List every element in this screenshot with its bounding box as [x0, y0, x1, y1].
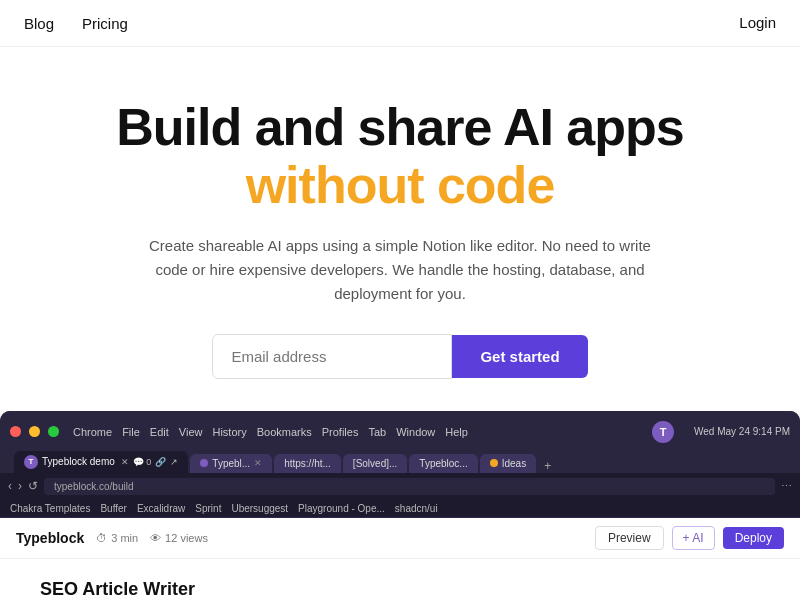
page-heading: SEO Article Writer	[40, 579, 760, 600]
login-link[interactable]: Login	[739, 14, 776, 31]
back-button[interactable]: ‹	[8, 479, 12, 493]
forward-button[interactable]: ›	[18, 479, 22, 493]
tab-profile-icon: T	[24, 455, 38, 469]
tab-favicon-ideas	[490, 459, 498, 467]
browser-tab-1[interactable]: Typebl... ✕	[190, 454, 272, 473]
pricing-link[interactable]: Pricing	[82, 15, 128, 32]
menu-bookmarks[interactable]: Bookmarks	[257, 426, 312, 438]
hero-title-accent: without code	[116, 156, 683, 216]
app-bar-right: Preview + AI Deploy	[595, 526, 784, 550]
bookmark-excalidraw[interactable]: Excalidraw	[137, 503, 185, 514]
bookmark-buffer[interactable]: Buffer	[100, 503, 127, 514]
app-logo: Typeblock	[16, 530, 84, 546]
clock-icon: ⏱	[96, 532, 107, 544]
hero-title: Build and share AI apps without code	[116, 99, 683, 216]
blog-link[interactable]: Blog	[24, 15, 54, 32]
app-bar-meta: ⏱ 3 min 👁 12 views	[96, 532, 208, 544]
menu-file[interactable]: File	[122, 426, 140, 438]
browser-tab-4[interactable]: Typebloc...	[409, 454, 477, 473]
views-count: 👁 12 views	[150, 532, 208, 544]
browser-preview: Chrome File Edit View History Bookmarks …	[0, 411, 800, 600]
eye-icon: 👁	[150, 532, 161, 544]
comment-icon: 💬 0	[133, 457, 152, 467]
browser-top-row: Chrome File Edit View History Bookmarks …	[10, 417, 790, 447]
deploy-button[interactable]: Deploy	[723, 527, 784, 549]
address-text: typeblock.co/build	[54, 481, 134, 492]
nav-right: Login	[739, 14, 776, 32]
bookmark-shadcn[interactable]: shadcn/ui	[395, 503, 438, 514]
get-started-button[interactable]: Get started	[452, 335, 587, 378]
browser-tab-ideas[interactable]: Ideas	[480, 454, 536, 473]
share-icon: ↗	[170, 457, 178, 467]
nav-left: Blog Pricing	[24, 15, 128, 32]
menu-history[interactable]: History	[212, 426, 246, 438]
email-input[interactable]	[212, 334, 452, 379]
browser-address-row: ‹ › ↺ typeblock.co/build ⋯	[0, 473, 800, 500]
extensions-area: ⋯	[781, 480, 792, 493]
menu-profiles[interactable]: Profiles	[322, 426, 359, 438]
menu-help[interactable]: Help	[445, 426, 468, 438]
hero-section: Build and share AI apps without code Cre…	[0, 47, 800, 411]
tab-label-active: Typeblock demo	[42, 456, 115, 467]
bookmark-ubersuggest[interactable]: Ubersuggest	[231, 503, 288, 514]
link-icon: 🔗	[155, 457, 166, 467]
browser-chrome: Chrome File Edit View History Bookmarks …	[0, 411, 800, 600]
browser-profile-icon: T	[652, 421, 674, 443]
tab-label-4: Typebloc...	[419, 458, 467, 469]
page-content: SEO Article Writer	[0, 559, 800, 600]
views-value: 12 views	[165, 532, 208, 544]
tab-label-1: Typebl...	[212, 458, 250, 469]
ai-button[interactable]: + AI	[672, 526, 715, 550]
bookmark-playground[interactable]: Playground - Ope...	[298, 503, 385, 514]
cta-row: Get started	[212, 334, 587, 379]
tab-icons: ✕	[121, 457, 129, 467]
tab-label-ideas: Ideas	[502, 458, 526, 469]
hero-subtitle: Create shareable AI apps using a simple …	[140, 234, 660, 306]
menu-chrome[interactable]: Chrome	[73, 426, 112, 438]
menu-view[interactable]: View	[179, 426, 203, 438]
navbar: Blog Pricing Login	[0, 0, 800, 47]
menu-tab[interactable]: Tab	[368, 426, 386, 438]
hero-title-line1: Build and share AI apps	[116, 98, 683, 156]
address-bar[interactable]: typeblock.co/build	[44, 478, 775, 495]
bookmarks-bar: Chakra Templates Buffer Excalidraw Sprin…	[0, 500, 800, 518]
app-bar: Typeblock ⏱ 3 min 👁 12 views Preview + A…	[0, 518, 800, 559]
browser-tab-2[interactable]: https://ht...	[274, 454, 341, 473]
bookmark-chakra[interactable]: Chakra Templates	[10, 503, 90, 514]
tab-favicon-1	[200, 459, 208, 467]
browser-tab-active[interactable]: T Typeblock demo ✕ 💬 0 🔗 ↗	[14, 451, 188, 473]
read-time-value: 3 min	[111, 532, 138, 544]
read-time: ⏱ 3 min	[96, 532, 138, 544]
menu-window[interactable]: Window	[396, 426, 435, 438]
preview-button[interactable]: Preview	[595, 526, 664, 550]
tab-close-1[interactable]: ✕	[254, 458, 262, 468]
browser-tabs: T Typeblock demo ✕ 💬 0 🔗 ↗ Typebl... ✕ h…	[10, 451, 790, 473]
close-dot[interactable]	[10, 426, 21, 437]
browser-tab-3[interactable]: [Solved]...	[343, 454, 407, 473]
browser-menu: Chrome File Edit View History Bookmarks …	[73, 426, 468, 438]
tab-label-2: https://ht...	[284, 458, 331, 469]
new-tab-button[interactable]: +	[538, 459, 557, 473]
browser-datetime: Wed May 24 9:14 PM	[694, 426, 790, 437]
minimize-dot[interactable]	[29, 426, 40, 437]
reload-button[interactable]: ↺	[28, 479, 38, 493]
tab-label-3: [Solved]...	[353, 458, 397, 469]
menu-edit[interactable]: Edit	[150, 426, 169, 438]
maximize-dot[interactable]	[48, 426, 59, 437]
bookmark-sprint[interactable]: Sprint	[195, 503, 221, 514]
browser-system-bar: Chrome File Edit View History Bookmarks …	[0, 411, 800, 473]
